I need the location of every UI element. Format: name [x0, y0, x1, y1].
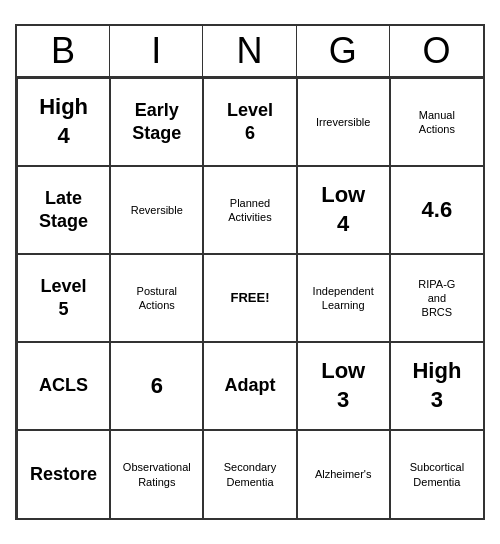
bingo-cell: Low 4: [297, 166, 390, 254]
header-letter: O: [390, 26, 483, 76]
cell-text: Irreversible: [316, 115, 370, 129]
cell-text: Postural Actions: [137, 284, 177, 313]
bingo-cell: High 3: [390, 342, 483, 430]
cell-text: Independent Learning: [313, 284, 374, 313]
bingo-cell: FREE!: [203, 254, 296, 342]
cell-text: Low 4: [321, 181, 365, 238]
bingo-cell: Alzheimer's: [297, 430, 390, 518]
header-letter: I: [110, 26, 203, 76]
bingo-cell: Early Stage: [110, 78, 203, 166]
cell-text: Level 6: [227, 99, 273, 146]
bingo-cell: Irreversible: [297, 78, 390, 166]
bingo-cell: Adapt: [203, 342, 296, 430]
bingo-cell: Reversible: [110, 166, 203, 254]
bingo-cell: Independent Learning: [297, 254, 390, 342]
bingo-cell: Level 5: [17, 254, 110, 342]
cell-text: Reversible: [131, 203, 183, 217]
cell-text: Observational Ratings: [123, 460, 191, 489]
bingo-cell: Restore: [17, 430, 110, 518]
cell-text: Subcortical Dementia: [410, 460, 464, 489]
bingo-cell: 4.6: [390, 166, 483, 254]
bingo-cell: Planned Activities: [203, 166, 296, 254]
cell-text: ACLS: [39, 374, 88, 397]
header-letter: B: [17, 26, 110, 76]
bingo-cell: High 4: [17, 78, 110, 166]
cell-text: Late Stage: [39, 187, 88, 234]
bingo-cell: Manual Actions: [390, 78, 483, 166]
cell-text: High 4: [39, 93, 88, 150]
cell-text: Alzheimer's: [315, 467, 372, 481]
cell-text: 4.6: [422, 196, 453, 225]
bingo-header: BINGO: [17, 26, 483, 78]
bingo-cell: 6: [110, 342, 203, 430]
cell-text: Early Stage: [132, 99, 181, 146]
bingo-cell: Observational Ratings: [110, 430, 203, 518]
cell-text: FREE!: [230, 290, 269, 307]
cell-text: High 3: [412, 357, 461, 414]
cell-text: Low 3: [321, 357, 365, 414]
cell-text: Manual Actions: [419, 108, 455, 137]
cell-text: Adapt: [224, 374, 275, 397]
bingo-card: BINGO High 4Early StageLevel 6Irreversib…: [15, 24, 485, 520]
bingo-cell: RIPA-G and BRCS: [390, 254, 483, 342]
bingo-cell: Secondary Dementia: [203, 430, 296, 518]
bingo-cell: Late Stage: [17, 166, 110, 254]
bingo-cell: Level 6: [203, 78, 296, 166]
header-letter: G: [297, 26, 390, 76]
cell-text: Level 5: [41, 275, 87, 322]
cell-text: Planned Activities: [228, 196, 271, 225]
cell-text: RIPA-G and BRCS: [418, 277, 455, 320]
bingo-cell: Low 3: [297, 342, 390, 430]
header-letter: N: [203, 26, 296, 76]
cell-text: 6: [151, 372, 163, 401]
bingo-grid: High 4Early StageLevel 6IrreversibleManu…: [17, 78, 483, 518]
cell-text: Secondary Dementia: [224, 460, 277, 489]
bingo-cell: ACLS: [17, 342, 110, 430]
bingo-cell: Postural Actions: [110, 254, 203, 342]
cell-text: Restore: [30, 463, 97, 486]
bingo-cell: Subcortical Dementia: [390, 430, 483, 518]
